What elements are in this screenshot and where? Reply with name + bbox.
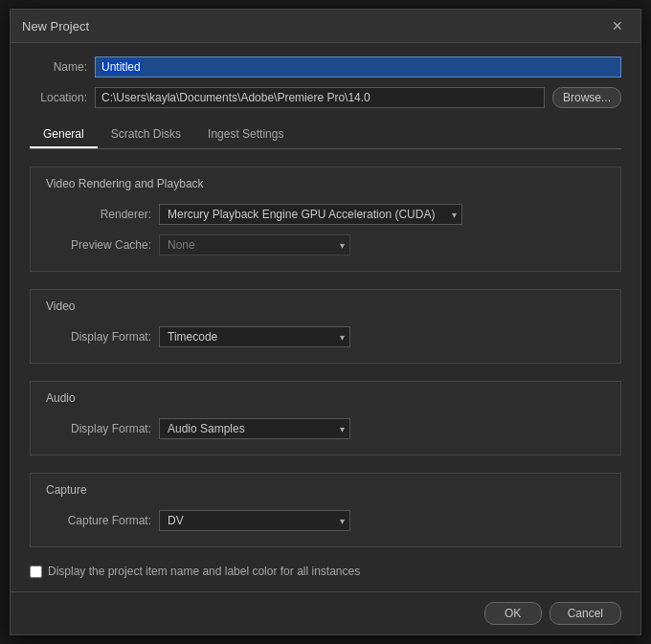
capture-section: Capture Capture Format: DV HDV ▾ <box>30 473 621 547</box>
video-section: Video Display Format: Timecode Frames Fe… <box>30 289 621 364</box>
instances-checkbox[interactable] <box>30 566 42 578</box>
video-display-format-select[interactable]: Timecode Frames Feet + Frames 16mm Feet … <box>159 326 350 347</box>
renderer-label: Renderer: <box>46 208 151 221</box>
close-button[interactable]: ✕ <box>606 17 629 34</box>
preview-cache-select-wrapper: None ▾ <box>159 234 350 255</box>
name-input[interactable] <box>95 56 621 78</box>
location-row: Location: Browse... <box>30 87 621 108</box>
rendering-title: Video Rendering and Playback <box>46 177 605 190</box>
audio-display-format-label: Display Format: <box>46 422 151 435</box>
ok-button[interactable]: OK <box>484 602 542 625</box>
renderer-select-wrapper: Mercury Playback Engine GPU Acceleration… <box>159 204 462 225</box>
audio-display-format-select[interactable]: Audio Samples Milliseconds <box>159 418 350 439</box>
name-row: Name: <box>30 56 621 78</box>
dialog-footer: OK Cancel <box>11 591 640 634</box>
capture-format-field: Capture Format: DV HDV ▾ <box>46 510 605 531</box>
cancel-button[interactable]: Cancel <box>550 602 621 625</box>
video-display-format-wrapper: Timecode Frames Feet + Frames 16mm Feet … <box>159 326 350 347</box>
browse-button[interactable]: Browse... <box>552 87 621 108</box>
video-display-format-field: Display Format: Timecode Frames Feet + F… <box>46 326 605 347</box>
video-display-format-label: Display Format: <box>46 330 151 344</box>
renderer-select[interactable]: Mercury Playback Engine GPU Acceleration… <box>159 204 462 225</box>
checkbox-row: Display the project item name and label … <box>30 565 621 578</box>
dialog-title: New Project <box>22 19 89 33</box>
instances-checkbox-label: Display the project item name and label … <box>48 565 360 578</box>
title-bar: New Project ✕ <box>11 10 640 43</box>
preview-cache-field: Preview Cache: None ▾ <box>46 234 605 255</box>
tabs: General Scratch Disks Ingest Settings <box>30 122 621 149</box>
audio-display-format-field: Display Format: Audio Samples Millisecon… <box>46 418 605 439</box>
capture-format-select[interactable]: DV HDV <box>159 510 350 531</box>
audio-title: Audio <box>46 391 605 405</box>
name-label: Name: <box>30 60 87 74</box>
tab-scratch-disks[interactable]: Scratch Disks <box>98 122 194 148</box>
preview-cache-select[interactable]: None <box>159 234 350 255</box>
video-title: Video <box>46 300 605 313</box>
audio-section: Audio Display Format: Audio Samples Mill… <box>30 381 621 455</box>
new-project-dialog: New Project ✕ Name: Location: Browse... … <box>10 9 641 635</box>
capture-title: Capture <box>46 483 605 497</box>
renderer-field: Renderer: Mercury Playback Engine GPU Ac… <box>46 204 605 225</box>
dialog-body: Name: Location: Browse... General Scratc… <box>11 43 640 591</box>
tab-ingest-settings[interactable]: Ingest Settings <box>194 122 297 148</box>
location-label: Location: <box>30 91 87 104</box>
capture-format-label: Capture Format: <box>46 514 151 527</box>
tab-general[interactable]: General <box>30 122 98 148</box>
audio-display-format-wrapper: Audio Samples Milliseconds ▾ <box>159 418 350 439</box>
rendering-section: Video Rendering and Playback Renderer: M… <box>30 167 621 272</box>
location-input[interactable] <box>95 87 545 108</box>
capture-format-wrapper: DV HDV ▾ <box>159 510 350 531</box>
preview-cache-label: Preview Cache: <box>46 238 151 252</box>
